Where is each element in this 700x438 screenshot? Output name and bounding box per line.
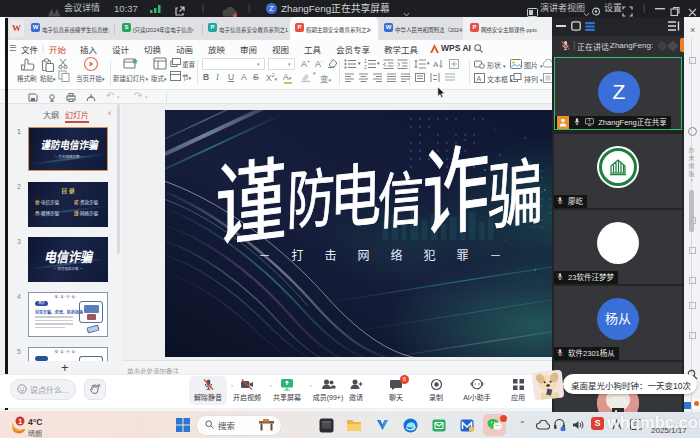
svg-text:A: A	[477, 75, 482, 82]
svg-text:1: 1	[18, 418, 22, 425]
svg-text:2: 2	[364, 64, 367, 69]
svg-text:A: A	[433, 60, 439, 69]
